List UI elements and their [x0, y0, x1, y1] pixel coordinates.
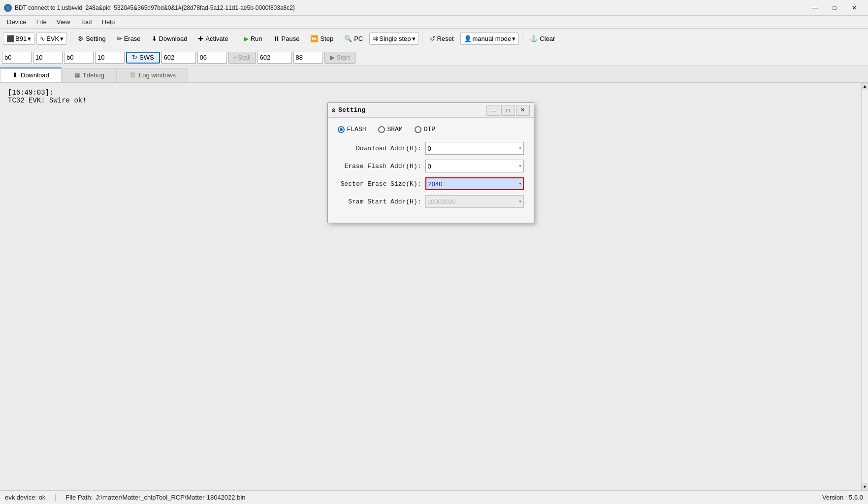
clear-button[interactable]: ⚓ Clear: [525, 33, 559, 45]
singlestep-caret: ▾: [412, 35, 416, 42]
setting-dialog: ⚙ Setting — □ ✕ FLASH: [327, 102, 534, 223]
toolbar: ⬛ B91 ▾ ∿ EVK ▾ ⚙ Setting ✏ Erase ⬇ Down…: [0, 29, 868, 49]
download-addr-label: Download Addr(H):: [338, 145, 421, 152]
main-content: [16:49:03]: TC32 EVK: Swire ok! ⚙ Settin…: [0, 83, 868, 490]
search-icon: 🔍: [344, 35, 352, 42]
erase-flash-addr-row: Erase Flash Addr(H): 0 ▾: [338, 160, 524, 172]
dialog-maximize-button[interactable]: □: [501, 105, 515, 116]
download-addr-wrapper: 0 ▾: [425, 142, 524, 155]
start-button[interactable]: ▶ Start: [324, 52, 355, 64]
dialog-controls: — □ ✕: [486, 105, 530, 116]
sws-button[interactable]: ↻ SWS: [126, 52, 160, 64]
logwindows-tab-label: Log windows: [139, 71, 176, 79]
status-bar: evk device: ok File Path: J:\matter\Matt…: [0, 490, 868, 504]
scroll-down-arrow[interactable]: ▼: [862, 483, 868, 490]
evk-label: EVK: [46, 35, 59, 42]
tab-bar: ⬇ Download ▦ Tdebug ☰ Log windows: [0, 66, 868, 83]
field1-input[interactable]: [2, 52, 32, 64]
version-label: Version : 5.6.0: [822, 494, 863, 501]
tab-tdebug[interactable]: ▦ Tdebug: [63, 68, 117, 82]
manualmode-caret: ▾: [512, 35, 515, 42]
run-icon: ▶: [244, 35, 249, 42]
radio-sram-label: SRAM: [387, 126, 403, 133]
scroll-up-arrow[interactable]: ▲: [862, 83, 868, 90]
field3-input[interactable]: [64, 52, 94, 64]
file-path-value: J:\matter\Matter_chipTool_RCP\Matter-180…: [96, 494, 245, 501]
reset-button[interactable]: ↺ Reset: [425, 33, 458, 45]
run-button[interactable]: ▶ Run: [239, 33, 267, 45]
manualmode-icon: 👤: [464, 35, 472, 42]
download-addr-row: Download Addr(H): 0 ▾: [338, 142, 524, 155]
singlestep-icon: ⇉: [373, 35, 378, 42]
sep4: [522, 32, 522, 46]
stall-button[interactable]: ▪ Stall: [228, 52, 256, 64]
dialog-close-button[interactable]: ✕: [516, 105, 530, 116]
start-label: Start: [337, 54, 350, 61]
step-icon: ⏩: [310, 35, 318, 42]
field7-input[interactable]: [257, 52, 292, 64]
menu-tool[interactable]: Tool: [75, 17, 97, 27]
logwindows-icon: ☰: [130, 71, 136, 79]
reset-icon: ↺: [430, 35, 435, 42]
setting-button[interactable]: ⚙ Setting: [73, 33, 110, 45]
close-button[interactable]: ✕: [844, 1, 864, 14]
tab-download[interactable]: ⬇ Download: [0, 67, 62, 82]
sram-start-addr-wrapper: c0000000 ▾: [425, 195, 524, 208]
radio-otp[interactable]: OTP: [415, 126, 435, 133]
log-area[interactable]: [16:49:03]: TC32 EVK: Swire ok! ⚙ Settin…: [0, 83, 861, 490]
download-tab-icon: ⬇: [12, 71, 18, 79]
sram-start-addr-select[interactable]: c0000000: [425, 195, 524, 208]
sep2: [236, 32, 236, 46]
sector-erase-size-row: Sector Erase Size(K): 2040 ▾: [338, 177, 524, 190]
memory-type-radio-group: FLASH SRAM OTP: [338, 126, 524, 133]
singlestep-dropdown[interactable]: ⇉ Single step ▾: [369, 33, 418, 45]
step-button[interactable]: ⏩ Step: [306, 33, 338, 45]
pause-icon: ⏸: [273, 35, 280, 42]
evk-caret: ▾: [60, 35, 64, 42]
field2-input[interactable]: [33, 52, 63, 64]
window-controls: — □ ✕: [805, 1, 864, 14]
field5-input[interactable]: [161, 52, 196, 64]
field4-input[interactable]: [95, 52, 125, 64]
menu-help[interactable]: Help: [97, 17, 120, 27]
manualmode-dropdown[interactable]: 👤 manual mode ▾: [460, 33, 519, 45]
dialog-minimize-button[interactable]: —: [486, 105, 500, 116]
maximize-button[interactable]: □: [825, 1, 844, 14]
erase-button[interactable]: ✏ Erase: [112, 33, 145, 45]
erase-icon: ✏: [117, 35, 122, 42]
field8-input[interactable]: [293, 52, 323, 64]
vertical-scrollbar[interactable]: ▲ ▼: [861, 83, 868, 490]
sector-erase-size-select[interactable]: 2040: [425, 177, 524, 190]
download-addr-select[interactable]: 0: [425, 142, 524, 155]
stall-label: Stall: [238, 54, 250, 61]
tab-logwindows[interactable]: ☰ Log windows: [118, 68, 188, 82]
radio-sram[interactable]: SRAM: [378, 126, 403, 133]
erase-flash-addr-select[interactable]: 0: [425, 160, 524, 172]
download-button[interactable]: ⬇ Download: [147, 33, 192, 45]
dialog-title-text: Setting: [338, 106, 365, 114]
activate-button[interactable]: ✚ Activate: [193, 33, 232, 45]
b91-dropdown[interactable]: ⬛ B91 ▾: [3, 33, 34, 45]
menu-view[interactable]: View: [52, 17, 75, 27]
menu-file[interactable]: File: [32, 17, 52, 27]
minimize-button[interactable]: —: [805, 1, 825, 14]
field6-input[interactable]: [197, 52, 227, 64]
wave-icon: ∿: [40, 35, 45, 42]
stall-icon: ▪: [234, 54, 236, 61]
pc-button[interactable]: 🔍 PC: [340, 33, 367, 45]
tdebug-tab-label: Tdebug: [83, 71, 104, 79]
radio-sram-circle: [378, 126, 385, 133]
radio-flash[interactable]: FLASH: [338, 126, 366, 133]
scroll-track[interactable]: [862, 90, 868, 483]
radio-flash-circle: [338, 126, 345, 133]
b91-caret: ▾: [28, 35, 31, 42]
evk-dropdown[interactable]: ∿ EVK ▾: [36, 33, 67, 45]
pause-button[interactable]: ⏸ Pause: [269, 33, 304, 45]
input-bar: ↻ SWS ▪ Stall ▶ Start: [0, 49, 868, 66]
erase-flash-addr-label: Erase Flash Addr(H):: [338, 163, 421, 170]
sram-start-addr-row: Sram Start Addr(H): c0000000 ▾: [338, 195, 524, 208]
erase-flash-addr-wrapper: 0 ▾: [425, 160, 524, 172]
radio-flash-label: FLASH: [347, 126, 366, 133]
dialog-title-bar: ⚙ Setting — □ ✕: [328, 103, 534, 118]
menu-device[interactable]: Device: [2, 17, 32, 27]
